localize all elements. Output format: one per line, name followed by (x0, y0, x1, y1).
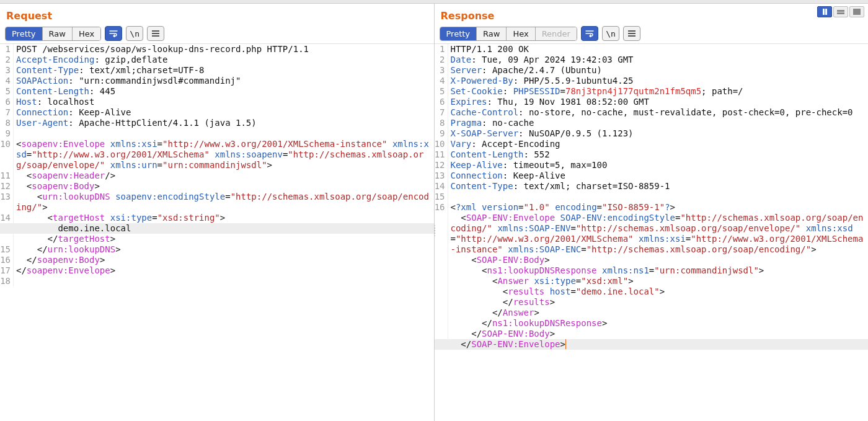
code-content[interactable]: Host: localhost (14, 97, 434, 107)
code-line[interactable]: 6Host: localhost (0, 97, 434, 107)
code-content[interactable]: Accept-Encoding: gzip,deflate (14, 55, 434, 65)
code-content[interactable]: Connection: Keep-Alive (14, 107, 434, 118)
code-content[interactable]: <soapenv:Envelope xmlns:xsi="http://www.… (14, 139, 434, 171)
code-line[interactable]: </results> (435, 297, 869, 308)
code-line[interactable]: demo.ine.local (0, 223, 434, 234)
code-line[interactable]: 1HTTP/1.1 200 OK (435, 44, 869, 55)
code-content[interactable]: Expires: Thu, 19 Nov 1981 08:52:00 GMT (448, 97, 869, 107)
code-line[interactable]: </SOAP-ENV:Body> (435, 329, 869, 339)
code-content[interactable]: </SOAP-ENV:Body> (448, 329, 869, 339)
code-line[interactable]: 6Expires: Thu, 19 Nov 1981 08:52:00 GMT (435, 97, 869, 107)
code-line[interactable]: <results host="demo.ine.local"> (435, 286, 869, 297)
code-content[interactable]: <Answer xsi:type="xsd:xml"> (448, 276, 869, 286)
layout-split-icon[interactable] (817, 6, 832, 17)
code-content[interactable]: Keep-Alive: timeout=5, max=100 (448, 160, 869, 171)
code-line[interactable]: </ns1:lookupDNSResponse> (435, 318, 869, 329)
tab-pretty[interactable]: Pretty (440, 27, 477, 40)
code-content[interactable]: Date: Tue, 09 Apr 2024 19:42:03 GMT (448, 55, 869, 65)
code-content[interactable]: POST /webservices/soap/ws-lookup-dns-rec… (14, 44, 434, 55)
code-line[interactable]: 7Cache-Control: no-store, no-cache, must… (435, 107, 869, 118)
response-editor[interactable]: 1HTTP/1.1 200 OK2Date: Tue, 09 Apr 2024 … (435, 43, 869, 421)
code-line[interactable]: <SOAP-ENV:Envelope SOAP-ENV:encodingStyl… (435, 213, 869, 255)
code-content[interactable]: Pragma: no-cache (448, 118, 869, 128)
code-line[interactable]: </targetHost> (0, 234, 434, 244)
code-content[interactable]: HTTP/1.1 200 OK (448, 44, 869, 55)
code-line[interactable]: 15 (435, 192, 869, 202)
code-line[interactable]: 7Connection: Keep-Alive (0, 107, 434, 118)
menu-icon[interactable] (147, 26, 164, 41)
code-content[interactable]: </soapenv:Body> (14, 255, 434, 265)
code-line[interactable]: 10<soapenv:Envelope xmlns:xsi="http://ww… (0, 139, 434, 171)
code-line[interactable]: 8Pragma: no-cache (435, 118, 869, 128)
code-content[interactable]: <targetHost xsi:type="xsd:string"> (14, 213, 434, 223)
code-content[interactable]: </urn:lookupDNS> (14, 244, 434, 255)
code-content[interactable]: <urn:lookupDNS soapenv:encodingStyle="ht… (14, 192, 434, 213)
code-line[interactable]: </Answer> (435, 308, 869, 318)
tab-pretty[interactable]: Pretty (6, 27, 43, 40)
code-content[interactable]: X-SOAP-Server: NuSOAP/0.9.5 (1.123) (448, 128, 869, 139)
code-line[interactable]: 14 <targetHost xsi:type="xsd:string"> (0, 213, 434, 223)
code-content[interactable]: Vary: Accept-Encoding (448, 139, 869, 149)
code-content[interactable]: <soapenv:Body> (14, 181, 434, 192)
code-line[interactable]: <ns1:lookupDNSResponse xmlns:ns1="urn:co… (435, 265, 869, 276)
code-line[interactable]: <Answer xsi:type="xsd:xml"> (435, 276, 869, 286)
code-line[interactable]: 13Connection: Keep-Alive (435, 171, 869, 181)
code-content[interactable]: demo.ine.local (14, 223, 434, 234)
code-content[interactable]: Content-Length: 445 (14, 86, 434, 97)
code-content[interactable]: </targetHost> (14, 234, 434, 244)
code-content[interactable]: </soapenv:Envelope> (14, 265, 434, 276)
code-line[interactable]: 9 (0, 128, 434, 139)
code-line[interactable]: 11 <soapenv:Header/> (0, 171, 434, 181)
code-line[interactable]: 18 (0, 276, 434, 286)
code-line[interactable]: 15 </urn:lookupDNS> (0, 244, 434, 255)
code-line[interactable]: 10Vary: Accept-Encoding (435, 139, 869, 149)
code-content[interactable]: SOAPAction: "urn:commandinjwsdl#commandi… (14, 76, 434, 86)
layout-rows-icon[interactable] (833, 6, 848, 17)
code-content[interactable]: Cache-Control: no-store, no-cache, must-… (448, 107, 869, 118)
code-line[interactable]: 4X-Powered-By: PHP/5.5.9-1ubuntu4.25 (435, 76, 869, 86)
code-line[interactable]: 3Content-Type: text/xml;charset=UTF-8 (0, 65, 434, 76)
newline-icon[interactable]: \n (126, 26, 143, 41)
tab-hex[interactable]: Hex (73, 27, 100, 40)
code-content[interactable]: <results host="demo.ine.local"> (448, 286, 869, 297)
code-content[interactable]: <soapenv:Header/> (14, 171, 434, 181)
wrap-icon[interactable] (581, 26, 598, 41)
code-content[interactable]: </ns1:lookupDNSResponse> (448, 318, 869, 329)
tab-render[interactable]: Render (536, 27, 577, 40)
code-content[interactable]: Set-Cookie: PHPSESSID=78nj3tpn4j177qutm2… (448, 86, 869, 97)
code-line[interactable]: <SOAP-ENV:Body> (435, 255, 869, 265)
newline-icon[interactable]: \n (602, 26, 619, 41)
code-line[interactable]: 5Set-Cookie: PHPSESSID=78nj3tpn4j177qutm… (435, 86, 869, 97)
tab-raw[interactable]: Raw (43, 27, 73, 40)
code-content[interactable]: Content-Length: 552 (448, 149, 869, 160)
code-line[interactable]: 16<?xml version="1.0" encoding="ISO-8859… (435, 202, 869, 213)
code-line[interactable]: 16 </soapenv:Body> (0, 255, 434, 265)
code-content[interactable]: </Answer> (448, 308, 869, 318)
code-content[interactable] (14, 276, 434, 286)
code-line[interactable]: 1POST /webservices/soap/ws-lookup-dns-re… (0, 44, 434, 55)
code-line[interactable]: 3Server: Apache/2.4.7 (Ubuntu) (435, 65, 869, 76)
code-line[interactable]: 2Date: Tue, 09 Apr 2024 19:42:03 GMT (435, 55, 869, 65)
code-line[interactable]: 12 <soapenv:Body> (0, 181, 434, 192)
code-line[interactable]: </SOAP-ENV:Envelope> (435, 339, 869, 350)
layout-single-icon[interactable] (849, 6, 864, 17)
code-line[interactable]: 14Content-Type: text/xml; charset=ISO-88… (435, 181, 869, 192)
code-content[interactable]: <ns1:lookupDNSResponse xmlns:ns1="urn:co… (448, 265, 869, 276)
tab-hex[interactable]: Hex (507, 27, 535, 40)
code-content[interactable]: <?xml version="1.0" encoding="ISO-8859-1… (448, 202, 869, 213)
code-content[interactable]: Content-Type: text/xml;charset=UTF-8 (14, 65, 434, 76)
code-line[interactable]: 17</soapenv:Envelope> (0, 265, 434, 276)
code-content[interactable]: Content-Type: text/xml; charset=ISO-8859… (448, 181, 869, 192)
code-content[interactable]: </results> (448, 297, 869, 308)
code-content[interactable]: X-Powered-By: PHP/5.5.9-1ubuntu4.25 (448, 76, 869, 86)
code-content[interactable]: Server: Apache/2.4.7 (Ubuntu) (448, 65, 869, 76)
wrap-icon[interactable] (105, 26, 122, 41)
drag-handle[interactable]: ⋮⋮⋮ (435, 227, 439, 234)
code-content[interactable] (448, 192, 869, 202)
code-content[interactable]: <SOAP-ENV:Envelope SOAP-ENV:encodingStyl… (448, 213, 869, 255)
menu-icon[interactable] (623, 26, 640, 41)
code-line[interactable]: 9X-SOAP-Server: NuSOAP/0.9.5 (1.123) (435, 128, 869, 139)
code-content[interactable]: <SOAP-ENV:Body> (448, 255, 869, 265)
code-line[interactable]: 2Accept-Encoding: gzip,deflate (0, 55, 434, 65)
code-content[interactable] (14, 128, 434, 139)
